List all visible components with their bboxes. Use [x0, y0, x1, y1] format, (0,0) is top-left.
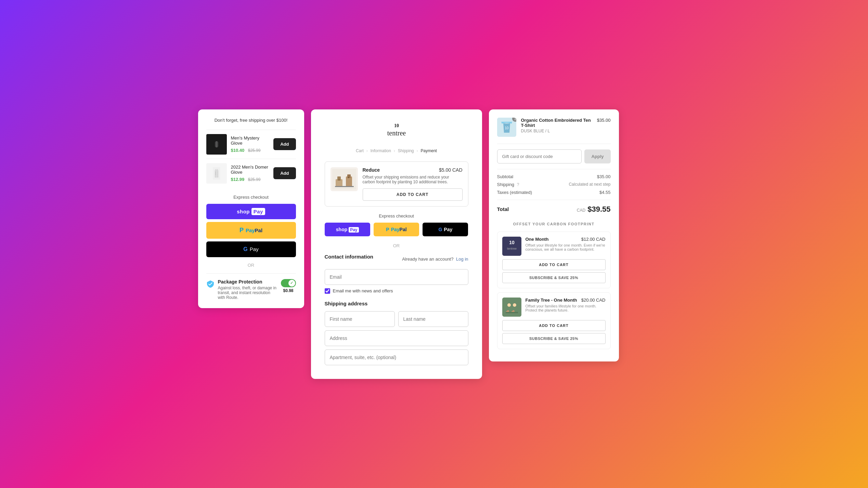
already-have-account: Already have an account? Log in	[402, 256, 468, 262]
svg-text:10: 10	[505, 126, 509, 130]
middle-panel: 10 tentree Cart › Information › Shipping…	[311, 109, 482, 379]
total-amount: $39.55	[587, 205, 610, 214]
product-sale-price-1: $10.40	[231, 148, 245, 153]
breadcrumb-chevron-2: ›	[394, 148, 395, 153]
address-input[interactable]	[325, 330, 468, 346]
login-link[interactable]: Log in	[456, 256, 468, 262]
package-protection-toggle[interactable]	[281, 279, 296, 287]
paypal-label: PayPal	[246, 227, 262, 233]
shop-pay-label: shop Pay	[237, 209, 265, 214]
middle-paypal-button[interactable]: P PayPal	[374, 223, 419, 236]
email-checkbox[interactable]	[325, 288, 330, 294]
paypal-button[interactable]: P PayPal	[206, 222, 296, 239]
discount-input[interactable]	[497, 149, 582, 163]
name-input-row	[325, 311, 468, 327]
svg-text:10: 10	[509, 240, 515, 245]
subtotal-value: $35.00	[597, 174, 611, 179]
offset-title-1: One Month	[526, 237, 549, 242]
tentree-logo: 10 tentree	[325, 120, 468, 142]
express-btns-row: shop Pay P PayPal G Pay	[325, 223, 468, 236]
offset-add-button-1[interactable]: ADD TO CART	[502, 259, 606, 270]
contact-section-title: Contact information	[325, 254, 374, 260]
middle-gpay-g: G	[438, 227, 442, 232]
product-item-2: 2022 Men's Domer Glove $12.99 $25.99 Add	[206, 159, 296, 188]
svg-point-5	[215, 174, 216, 175]
offset-add-button-2[interactable]: ADD TO CART	[502, 320, 606, 331]
offset-price-1: $12.00 CAD	[581, 237, 606, 242]
offset-card-2-header: Family Tree - One Month $20.00 CAD Offse…	[502, 298, 606, 317]
breadcrumb-chevron-3: ›	[417, 148, 418, 153]
middle-gpay-button[interactable]: G Pay	[423, 223, 468, 236]
breadcrumb-cart[interactable]: Cart	[356, 148, 364, 153]
product-name-1: Men's Mystery Glove	[231, 135, 270, 146]
middle-gpay-label: Pay	[444, 227, 452, 232]
email-input[interactable]	[325, 269, 468, 285]
offset-card-1: 10 tentree One Month $12.00 CAD Offset y…	[497, 232, 611, 288]
offset-thumb-1: 10 tentree	[502, 237, 521, 256]
svg-point-3	[215, 172, 216, 172]
shipping-value: Calculated at next step	[569, 182, 610, 187]
product-original-price-1: $25.99	[248, 148, 261, 153]
middle-express-checkout-title: Express checkout	[325, 213, 468, 219]
taxes-row: Taxes (estimated) $4.55	[497, 190, 611, 195]
reduce-add-to-cart-button[interactable]: ADD TO CART	[363, 188, 463, 201]
offset-title-2: Family Tree - One Month	[526, 298, 577, 303]
breadcrumb-information[interactable]: Information	[371, 148, 391, 153]
email-checkbox-row: Email me with news and offers	[325, 288, 468, 294]
offset-section-title: OFFSET YOUR CARBON FOOTPRINT	[497, 222, 611, 226]
toggle-container[interactable]: $0.98	[281, 279, 296, 293]
product-name-2: 2022 Men's Domer Glove	[231, 164, 270, 175]
svg-point-22	[507, 303, 511, 307]
product-info-2: 2022 Men's Domer Glove $12.99 $25.99	[231, 164, 270, 182]
right-panel: 10 1 Organic Cotton Embroidered Ten T-Sh…	[489, 109, 619, 361]
offset-card-1-header: 10 tentree One Month $12.00 CAD Offset y…	[502, 237, 606, 256]
reduce-price: $5.00 CAD	[439, 167, 462, 173]
apartment-input[interactable]	[325, 349, 468, 365]
svg-rect-13	[335, 186, 354, 187]
svg-point-2	[216, 168, 217, 170]
order-thumb: 10 1	[497, 118, 516, 137]
shipping-help-icon[interactable]: ?	[517, 182, 519, 187]
add-product-2-button[interactable]: Add	[273, 167, 296, 179]
gpay-label: Pay	[250, 246, 259, 252]
middle-paypal-label: PayPal	[391, 227, 407, 232]
svg-text:10: 10	[394, 123, 399, 128]
last-name-input[interactable]	[398, 311, 468, 327]
first-name-input[interactable]	[325, 311, 395, 327]
svg-point-23	[513, 303, 516, 307]
reduce-card: Reduce $5.00 CAD Offset your shipping em…	[325, 161, 468, 207]
svg-point-4	[215, 173, 216, 174]
shipping-label: Shipping ?	[497, 182, 519, 187]
package-protection-text: Package Protection Against loss, theft, …	[218, 279, 277, 300]
express-checkout-section: Express checkout shop Pay P PayPal G Pay	[206, 195, 296, 257]
reduce-title: Reduce	[363, 167, 380, 173]
product-thumb-1	[206, 134, 227, 155]
svg-point-15	[348, 177, 349, 178]
offset-info-1: One Month $12.00 CAD Offset your lifesty…	[526, 237, 606, 251]
express-checkout-title: Express checkout	[206, 195, 296, 200]
offset-desc-2: Offset your families lifestyle for one m…	[526, 304, 606, 312]
middle-shop-pay-button[interactable]: shop Pay	[325, 223, 370, 236]
shipping-row: Shipping ? Calculated at next step	[497, 182, 611, 187]
apply-button[interactable]: Apply	[584, 149, 610, 163]
offset-subscribe-button-2[interactable]: SUBSCRIBE & SAVE 25%	[502, 333, 606, 344]
offset-subscribe-button-1[interactable]: SUBSCRIBE & SAVE 25%	[502, 272, 606, 283]
subtotal-label: Subtotal	[497, 174, 514, 179]
product-original-price-2: $25.99	[248, 177, 261, 182]
gpay-button[interactable]: G Pay	[206, 241, 296, 257]
google-g-icon: G	[243, 246, 247, 252]
breadcrumb: Cart › Information › Shipping › Payment	[325, 148, 468, 153]
package-protection-desc: Against loss, theft, or damage in transi…	[218, 286, 277, 300]
svg-text:tentree: tentree	[507, 247, 516, 250]
offset-price-2: $20.00 CAD	[581, 298, 606, 303]
middle-shop-pay-label: shop Pay	[336, 227, 359, 232]
breadcrumb-shipping[interactable]: Shipping	[398, 148, 414, 153]
taxes-value: $4.55	[599, 190, 611, 195]
or-divider: OR	[206, 263, 296, 268]
shop-pay-button[interactable]: shop Pay	[206, 204, 296, 219]
product-thumb-2	[206, 163, 227, 184]
add-product-1-button[interactable]: Add	[273, 138, 296, 150]
svg-rect-21	[502, 298, 521, 317]
product-item-1: Men's Mystery Glove $10.40 $25.99 Add	[206, 130, 296, 159]
package-protection: Package Protection Against loss, theft, …	[206, 273, 296, 300]
